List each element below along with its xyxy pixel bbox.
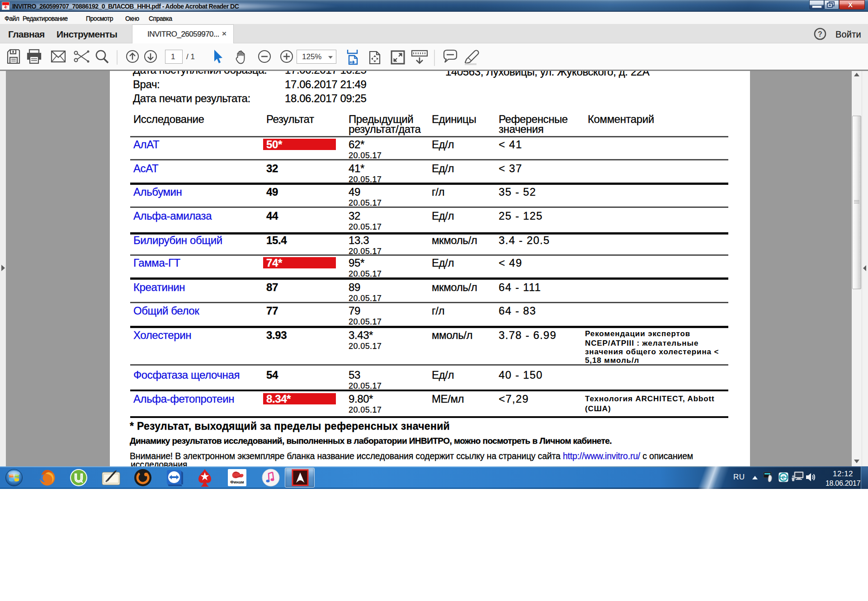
svg-text:e: e <box>782 473 785 481</box>
svg-text:?: ? <box>818 30 822 38</box>
svg-text:Финам: Финам <box>230 480 244 484</box>
